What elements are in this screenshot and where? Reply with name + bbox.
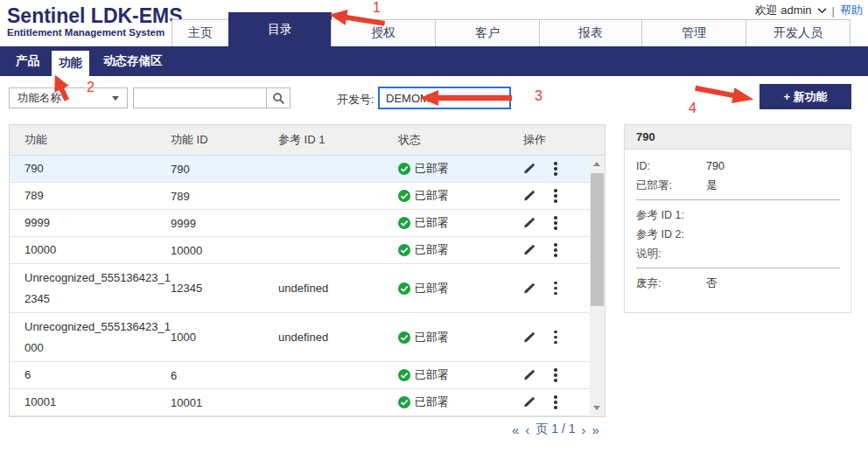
pagination: « ‹ 页 1 / 1 › »	[512, 422, 599, 437]
detail-label-deployed: 已部署:	[636, 178, 706, 193]
detail-label-ref2: 参考 ID 2:	[636, 227, 706, 242]
more-actions-icon[interactable]	[552, 329, 559, 346]
deployed-check-icon	[398, 244, 410, 256]
divider	[636, 268, 840, 268]
status-cell: 已部署	[398, 330, 514, 345]
more-actions-icon[interactable]	[552, 394, 559, 411]
edit-icon[interactable]	[523, 396, 536, 408]
edit-icon[interactable]	[523, 331, 536, 344]
table-row[interactable]: Unrecognized_555136423_10001000undefined…	[10, 313, 590, 362]
search-box	[133, 87, 290, 108]
search-input[interactable]	[133, 87, 267, 108]
main-tabs: 主页 目录 授权 客户 报表 管理 开发人员	[172, 12, 850, 46]
deployed-check-icon	[398, 331, 410, 344]
feature-id-cell: 10001	[171, 396, 278, 409]
table-row[interactable]: 1000110001已部署	[10, 389, 590, 416]
tab-catalog[interactable]: 目录	[228, 12, 332, 46]
tab-developers[interactable]: 开发人员	[746, 19, 850, 46]
caret-down-icon	[112, 96, 119, 101]
more-actions-icon[interactable]	[552, 187, 559, 205]
column-header-actions: 操作	[514, 132, 605, 148]
table-row[interactable]: 66已部署	[10, 362, 590, 389]
sub-nav: 产品 功能 动态存储区	[0, 46, 868, 76]
more-actions-icon[interactable]	[552, 214, 559, 232]
new-feature-button[interactable]: + 新功能	[760, 84, 851, 109]
status-label: 已部署	[415, 242, 449, 258]
table-row[interactable]: 1000010000已部署	[10, 237, 590, 264]
detail-body: ID:790 已部署:是 参考 ID 1: 参考 ID 2: 说明: 废弃:否	[625, 150, 850, 312]
table-row[interactable]: 789789已部署	[10, 183, 590, 210]
actions-cell	[514, 187, 590, 205]
more-actions-icon[interactable]	[552, 160, 559, 178]
more-actions-icon[interactable]	[552, 280, 559, 297]
tab-home[interactable]: 主页	[172, 19, 229, 46]
detail-title: 790	[625, 125, 850, 150]
annotation-step-1: 1	[373, 1, 381, 15]
feature-name-cell: Unrecognized_555136423_12345	[10, 268, 171, 310]
scroll-down-icon[interactable]	[593, 406, 600, 410]
search-button[interactable]	[266, 87, 290, 108]
edit-icon[interactable]	[523, 369, 536, 381]
column-header-feature-id: 功能 ID	[171, 132, 278, 148]
table-row[interactable]: 790790已部署	[10, 156, 590, 183]
edit-icon[interactable]	[523, 163, 536, 175]
status-cell: 已部署	[398, 161, 514, 177]
edit-icon[interactable]	[523, 282, 536, 295]
feature-name-cell: 10001	[10, 392, 171, 413]
table-row[interactable]: 99999999已部署	[10, 210, 590, 237]
vertical-scrollbar[interactable]	[590, 156, 605, 416]
actions-cell	[514, 329, 590, 346]
feature-id-cell: 1000	[171, 331, 278, 344]
vendor-label: 开发号:	[337, 92, 374, 108]
subnav-item-products[interactable]: 产品	[14, 46, 41, 76]
status-label: 已部署	[415, 188, 449, 204]
status-label: 已部署	[415, 330, 449, 345]
top-header: Sentinel LDK-EMS Entitlement Management …	[0, 0, 868, 46]
features-table: 功能 功能 ID 参考 ID 1 状态 操作 790790已部署789789已部…	[9, 124, 606, 417]
feature-name-cell: 10000	[10, 240, 171, 261]
feature-name-cell: 790	[10, 158, 171, 179]
logo-title: Sentinel LDK-EMS	[7, 5, 183, 26]
detail-label-obsolete: 废弃:	[636, 276, 706, 291]
tab-administration[interactable]: 管理	[641, 19, 746, 46]
deployed-check-icon	[398, 369, 410, 381]
deployed-check-icon	[398, 190, 410, 202]
annotation-step-4: 4	[689, 101, 696, 115]
detail-value-deployed: 是	[706, 178, 718, 193]
status-cell: 已部署	[398, 242, 514, 258]
scroll-up-icon[interactable]	[593, 162, 600, 166]
subnav-item-memory[interactable]: 动态存储区	[102, 46, 164, 76]
prev-page-button[interactable]: ‹	[525, 422, 529, 437]
logo-subtitle: Entitlement Management System	[7, 27, 183, 38]
status-label: 已部署	[415, 161, 449, 177]
annotation-arrow-3	[417, 87, 515, 108]
feature-name-cell: 6	[10, 365, 171, 386]
edit-icon[interactable]	[523, 244, 536, 256]
feature-id-cell: 9999	[171, 217, 278, 230]
app-logo: Sentinel LDK-EMS Entitlement Management …	[7, 5, 183, 38]
edit-icon[interactable]	[523, 217, 536, 229]
edit-icon[interactable]	[523, 190, 536, 202]
next-page-button[interactable]: ›	[581, 422, 585, 437]
ref-id-cell: undefined	[278, 331, 398, 344]
status-label: 已部署	[415, 215, 449, 231]
detail-label-description: 说明:	[636, 247, 706, 261]
tab-customers[interactable]: 客户	[435, 19, 540, 46]
first-page-button[interactable]: «	[512, 422, 519, 437]
feature-id-cell: 12345	[171, 282, 278, 295]
more-actions-icon[interactable]	[552, 366, 559, 384]
status-label: 已部署	[415, 281, 449, 296]
status-cell: 已部署	[398, 188, 514, 204]
last-page-button[interactable]: »	[592, 422, 598, 437]
scrollbar-thumb[interactable]	[591, 173, 604, 306]
annotation-arrow-4	[689, 76, 759, 111]
more-actions-icon[interactable]	[552, 241, 559, 259]
table-row[interactable]: Unrecognized_555136423_1234512345undefin…	[10, 264, 590, 313]
status-label: 已部署	[415, 367, 449, 383]
feature-id-cell: 6	[171, 369, 278, 382]
detail-value-obsolete: 否	[706, 276, 718, 291]
deployed-check-icon	[398, 282, 410, 295]
ref-id-cell: undefined	[278, 282, 398, 295]
actions-cell	[514, 214, 590, 232]
tab-reports[interactable]: 报表	[539, 19, 642, 46]
